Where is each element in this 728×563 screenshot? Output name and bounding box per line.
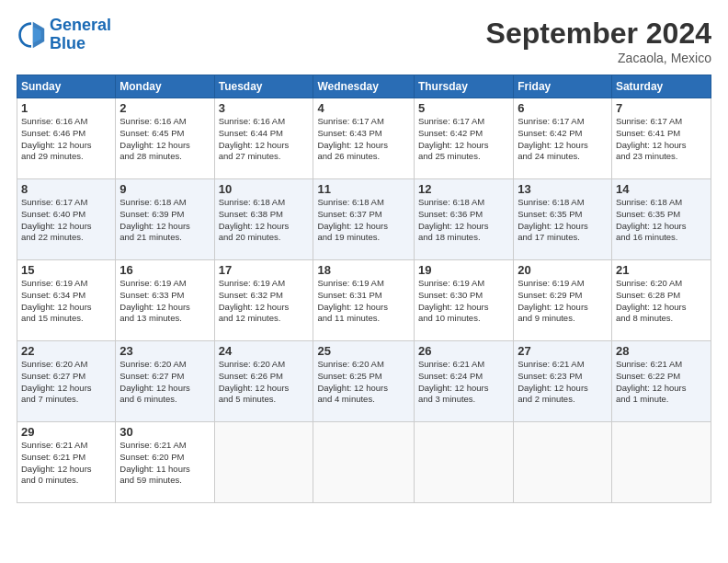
calendar-cell: 22Sunrise: 6:20 AM Sunset: 6:27 PM Dayli… — [17, 341, 116, 422]
calendar-cell: 16Sunrise: 6:19 AM Sunset: 6:33 PM Dayli… — [116, 260, 214, 341]
calendar-week-row: 22Sunrise: 6:20 AM Sunset: 6:27 PM Dayli… — [17, 341, 711, 422]
calendar-cell: 1Sunrise: 6:16 AM Sunset: 6:46 PM Daylig… — [17, 98, 116, 179]
calendar-cell: 12Sunrise: 6:18 AM Sunset: 6:36 PM Dayli… — [414, 179, 513, 260]
calendar-cell: 26Sunrise: 6:21 AM Sunset: 6:24 PM Dayli… — [414, 341, 513, 422]
day-number: 17 — [219, 263, 310, 277]
day-number: 30 — [119, 425, 210, 439]
day-info: Sunrise: 6:21 AM Sunset: 6:23 PM Dayligh… — [518, 359, 608, 406]
calendar-cell — [514, 422, 612, 503]
calendar-cell — [414, 422, 513, 503]
calendar-header-row: Sunday Monday Tuesday Wednesday Thursday… — [17, 75, 711, 98]
calendar-table: Sunday Monday Tuesday Wednesday Thursday… — [17, 75, 711, 503]
title-block: September 2024 Zacaola, Mexico — [486, 17, 711, 65]
day-number: 13 — [518, 182, 608, 196]
day-number: 22 — [21, 344, 111, 358]
calendar-week-row: 15Sunrise: 6:19 AM Sunset: 6:34 PM Dayli… — [17, 260, 711, 341]
day-info: Sunrise: 6:20 AM Sunset: 6:27 PM Dayligh… — [21, 359, 111, 406]
location: Zacaola, Mexico — [486, 51, 711, 65]
day-info: Sunrise: 6:20 AM Sunset: 6:28 PM Dayligh… — [616, 278, 707, 325]
day-number: 20 — [518, 263, 608, 277]
calendar-week-row: 1Sunrise: 6:16 AM Sunset: 6:46 PM Daylig… — [17, 98, 711, 179]
calendar-cell: 23Sunrise: 6:20 AM Sunset: 6:27 PM Dayli… — [116, 341, 214, 422]
day-number: 16 — [119, 263, 210, 277]
calendar-cell: 19Sunrise: 6:19 AM Sunset: 6:30 PM Dayli… — [414, 260, 513, 341]
day-info: Sunrise: 6:17 AM Sunset: 6:40 PM Dayligh… — [21, 197, 111, 244]
calendar-cell — [313, 422, 414, 503]
day-info: Sunrise: 6:18 AM Sunset: 6:38 PM Dayligh… — [219, 197, 310, 244]
day-number: 6 — [518, 101, 608, 115]
day-number: 10 — [219, 182, 310, 196]
calendar-cell — [214, 422, 313, 503]
day-number: 1 — [21, 101, 111, 115]
logo: General Blue — [17, 17, 111, 53]
day-info: Sunrise: 6:18 AM Sunset: 6:35 PM Dayligh… — [518, 197, 608, 244]
day-number: 24 — [219, 344, 310, 358]
day-info: Sunrise: 6:18 AM Sunset: 6:35 PM Dayligh… — [616, 197, 707, 244]
day-info: Sunrise: 6:17 AM Sunset: 6:42 PM Dayligh… — [418, 116, 509, 163]
calendar-cell: 17Sunrise: 6:19 AM Sunset: 6:32 PM Dayli… — [214, 260, 313, 341]
day-info: Sunrise: 6:16 AM Sunset: 6:44 PM Dayligh… — [219, 116, 310, 163]
day-info: Sunrise: 6:21 AM Sunset: 6:22 PM Dayligh… — [616, 359, 707, 406]
day-number: 4 — [317, 101, 409, 115]
day-info: Sunrise: 6:19 AM Sunset: 6:34 PM Dayligh… — [21, 278, 111, 325]
day-number: 19 — [418, 263, 509, 277]
calendar-cell: 4Sunrise: 6:17 AM Sunset: 6:43 PM Daylig… — [313, 98, 414, 179]
calendar-cell: 28Sunrise: 6:21 AM Sunset: 6:22 PM Dayli… — [611, 341, 711, 422]
day-info: Sunrise: 6:18 AM Sunset: 6:36 PM Dayligh… — [418, 197, 509, 244]
calendar-cell: 3Sunrise: 6:16 AM Sunset: 6:44 PM Daylig… — [214, 98, 313, 179]
calendar-cell: 18Sunrise: 6:19 AM Sunset: 6:31 PM Dayli… — [313, 260, 414, 341]
calendar-cell — [611, 422, 711, 503]
calendar-cell: 30Sunrise: 6:21 AM Sunset: 6:20 PM Dayli… — [116, 422, 214, 503]
calendar-cell: 20Sunrise: 6:19 AM Sunset: 6:29 PM Dayli… — [514, 260, 612, 341]
day-number: 3 — [219, 101, 310, 115]
col-friday: Friday — [514, 75, 612, 98]
calendar-cell: 8Sunrise: 6:17 AM Sunset: 6:40 PM Daylig… — [17, 179, 116, 260]
day-number: 29 — [21, 425, 111, 439]
calendar-cell: 9Sunrise: 6:18 AM Sunset: 6:39 PM Daylig… — [116, 179, 214, 260]
day-number: 9 — [119, 182, 210, 196]
calendar-cell: 15Sunrise: 6:19 AM Sunset: 6:34 PM Dayli… — [17, 260, 116, 341]
day-info: Sunrise: 6:20 AM Sunset: 6:25 PM Dayligh… — [317, 359, 409, 406]
header: General Blue September 2024 Zacaola, Mex… — [17, 17, 711, 65]
calendar-cell: 29Sunrise: 6:21 AM Sunset: 6:21 PM Dayli… — [17, 422, 116, 503]
day-number: 27 — [518, 344, 608, 358]
day-info: Sunrise: 6:16 AM Sunset: 6:45 PM Dayligh… — [119, 116, 210, 163]
day-number: 18 — [317, 263, 409, 277]
day-info: Sunrise: 6:21 AM Sunset: 6:20 PM Dayligh… — [119, 440, 210, 487]
day-number: 15 — [21, 263, 111, 277]
month-title: September 2024 — [486, 17, 711, 51]
day-number: 7 — [616, 101, 707, 115]
day-info: Sunrise: 6:17 AM Sunset: 6:42 PM Dayligh… — [518, 116, 608, 163]
day-info: Sunrise: 6:20 AM Sunset: 6:27 PM Dayligh… — [119, 359, 210, 406]
calendar-cell: 11Sunrise: 6:18 AM Sunset: 6:37 PM Dayli… — [313, 179, 414, 260]
day-number: 14 — [616, 182, 707, 196]
col-thursday: Thursday — [414, 75, 513, 98]
day-info: Sunrise: 6:19 AM Sunset: 6:30 PM Dayligh… — [418, 278, 509, 325]
day-info: Sunrise: 6:19 AM Sunset: 6:31 PM Dayligh… — [317, 278, 409, 325]
day-info: Sunrise: 6:20 AM Sunset: 6:26 PM Dayligh… — [219, 359, 310, 406]
day-number: 11 — [317, 182, 409, 196]
day-number: 25 — [317, 344, 409, 358]
day-info: Sunrise: 6:18 AM Sunset: 6:37 PM Dayligh… — [317, 197, 409, 244]
day-info: Sunrise: 6:19 AM Sunset: 6:33 PM Dayligh… — [119, 278, 210, 325]
page: General Blue September 2024 Zacaola, Mex… — [0, 0, 728, 563]
col-tuesday: Tuesday — [214, 75, 313, 98]
day-number: 28 — [616, 344, 707, 358]
calendar-cell: 6Sunrise: 6:17 AM Sunset: 6:42 PM Daylig… — [514, 98, 612, 179]
logo-text: General Blue — [50, 17, 111, 53]
calendar-cell: 21Sunrise: 6:20 AM Sunset: 6:28 PM Dayli… — [611, 260, 711, 341]
logo-line2: Blue — [50, 34, 85, 52]
day-info: Sunrise: 6:19 AM Sunset: 6:32 PM Dayligh… — [219, 278, 310, 325]
logo-icon — [17, 20, 46, 50]
day-info: Sunrise: 6:21 AM Sunset: 6:21 PM Dayligh… — [21, 440, 111, 487]
col-sunday: Sunday — [17, 75, 116, 98]
calendar-cell: 7Sunrise: 6:17 AM Sunset: 6:41 PM Daylig… — [611, 98, 711, 179]
day-info: Sunrise: 6:17 AM Sunset: 6:41 PM Dayligh… — [616, 116, 707, 163]
day-number: 2 — [119, 101, 210, 115]
calendar-cell: 27Sunrise: 6:21 AM Sunset: 6:23 PM Dayli… — [514, 341, 612, 422]
col-saturday: Saturday — [611, 75, 711, 98]
day-info: Sunrise: 6:16 AM Sunset: 6:46 PM Dayligh… — [21, 116, 111, 163]
calendar-cell: 2Sunrise: 6:16 AM Sunset: 6:45 PM Daylig… — [116, 98, 214, 179]
calendar-cell: 5Sunrise: 6:17 AM Sunset: 6:42 PM Daylig… — [414, 98, 513, 179]
col-wednesday: Wednesday — [313, 75, 414, 98]
